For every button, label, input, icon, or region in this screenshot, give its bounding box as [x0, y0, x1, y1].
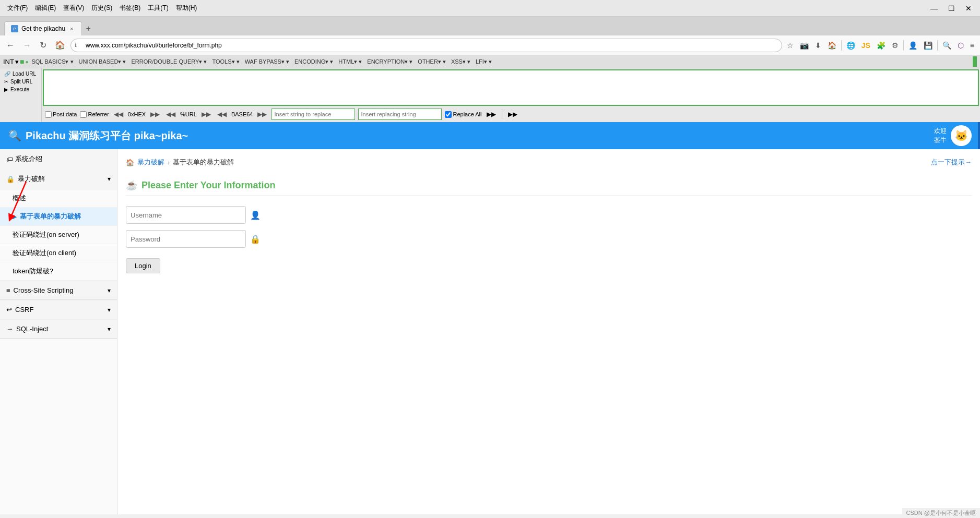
sidebar-item-captcha-server[interactable]: 验证码绕过(on server) [0, 226, 117, 244]
base64-left-arrow[interactable]: ◀◀ [216, 110, 228, 118]
sidebar-item-form-brute[interactable]: 基于表单的暴力破解 [0, 208, 117, 226]
hex-right-arrow[interactable]: ▶▶ [149, 110, 161, 118]
menu-bookmarks[interactable]: 书签(B) [116, 3, 144, 14]
brute-force-items: 概述 基于表单的暴力破解 验证码绕过(on ser [0, 189, 117, 281]
menu-file[interactable]: 文件(F) [4, 3, 31, 14]
hackbar-encryption[interactable]: ENCRYPTION▾ [365, 57, 415, 66]
url-encode-left-arrow[interactable]: ◀◀ [164, 110, 177, 118]
more-icon[interactable]: ⚙ [889, 40, 901, 51]
execute-button[interactable]: ▶ Execute [2, 86, 39, 93]
replace-all-checkbox[interactable] [445, 111, 452, 118]
menu-icon[interactable]: ≡ [967, 40, 977, 51]
maximize-button[interactable]: ☐ [944, 3, 959, 14]
split-url-button[interactable]: ✂ Split URL [2, 78, 39, 85]
globe-icon[interactable]: 🌐 [844, 40, 858, 51]
sidebar-section-xss-header[interactable]: ≡ Cross-Site Scripting ▾ [0, 281, 117, 300]
form-brute-label: 基于表单的暴力破解 [20, 212, 81, 221]
js-icon[interactable]: JS [859, 40, 873, 51]
hackbar-error-double[interactable]: ERROR/DOUBLE QUERY▾ [129, 57, 209, 66]
sidebar-item-captcha-client[interactable]: 验证码绕过(on client) [0, 244, 117, 262]
home-icon: 🏠 [126, 159, 134, 166]
username-group: 👤 [126, 206, 972, 224]
int-select: INT ▾ [3, 58, 19, 66]
base64-right-arrow[interactable]: ▶▶ [256, 110, 268, 118]
login-button[interactable]: Login [126, 258, 160, 273]
hackbar-menu-row: INT ▾ ■ ● SQL BASICS▾ UNION BASED▾ ERROR… [0, 55, 980, 68]
menu-help[interactable]: 帮助(H) [173, 3, 200, 14]
replace-all-label[interactable]: Replace All [445, 111, 481, 118]
hex-left-arrow[interactable]: ◀◀ [112, 110, 125, 118]
close-button[interactable]: ✕ [961, 3, 976, 14]
url-encode-right-arrow[interactable]: ▶▶ [200, 110, 212, 118]
screenshot-icon[interactable]: 📷 [797, 40, 811, 51]
hackbar-sql-basics[interactable]: SQL BASICS▾ [29, 57, 75, 66]
referrer-checkbox[interactable] [80, 111, 87, 118]
menu-history[interactable]: 历史(S) [88, 3, 115, 14]
overview-label: 概述 [13, 194, 26, 203]
brute-force-label: 暴力破解 [18, 174, 45, 184]
save-icon[interactable]: 💾 [921, 40, 935, 51]
username-input[interactable] [126, 206, 246, 224]
csrf-arrow: ▾ [108, 306, 111, 314]
content-section-title: ☕ Please Enter Your Information [126, 179, 972, 196]
hackbar-waf-bypass[interactable]: WAF BYPASS▾ [243, 57, 291, 66]
breadcrumb-parent-link[interactable]: 暴力破解 [137, 158, 164, 167]
site-header-user: 欢迎 鉴牛 🐱 [934, 125, 972, 146]
sidebar-section-sql-header[interactable]: → SQL-Inject ▾ [0, 320, 117, 339]
sidebar-intro[interactable]: 🏷 系统介绍 [0, 149, 117, 169]
hackbar-tools[interactable]: TOOLS▾ [210, 57, 241, 66]
csrf-label: CSRF [15, 306, 33, 314]
extensions-icon[interactable]: 🧩 [874, 40, 888, 51]
home2-icon[interactable]: 🏠 [825, 40, 839, 51]
login-button-group: Login [126, 254, 972, 273]
hackbar-union-based[interactable]: UNION BASED▾ [77, 57, 128, 66]
url-input[interactable] [70, 39, 782, 52]
back-button[interactable]: ← [3, 39, 18, 52]
bookmark-icon[interactable]: ☆ [784, 40, 796, 51]
post-data-label[interactable]: Post data [45, 111, 77, 118]
addon-icon[interactable]: ⬡ [955, 40, 966, 51]
int-dropdown-arrow[interactable]: ▾ [15, 58, 19, 66]
post-data-checkbox[interactable] [45, 111, 52, 118]
minimize-button[interactable]: — [926, 3, 942, 14]
load-url-button[interactable]: 🔗 Load URL [2, 70, 39, 77]
password-input[interactable] [126, 230, 246, 248]
new-tab-button[interactable]: + [82, 22, 95, 35]
menu-view[interactable]: 查看(V) [60, 3, 87, 14]
status-text: CSDN @是小何不是小金呕 [906, 510, 976, 516]
hackbar-encoding[interactable]: ENCODING▾ [292, 57, 335, 66]
sidebar-item-overview[interactable]: 概述 [0, 189, 117, 208]
menu-tools[interactable]: 工具(T) [145, 3, 171, 14]
forward-button[interactable]: → [20, 39, 34, 52]
sidebar-section-brute-header[interactable]: 🔒 暴力破解 ▾ [0, 169, 117, 189]
options-separator [502, 109, 502, 119]
close-tab-button[interactable]: × [68, 25, 75, 32]
referrer-label[interactable]: Referrer [80, 111, 109, 118]
green-circle: ● [25, 59, 28, 65]
zoom-icon[interactable]: 🔍 [940, 40, 954, 51]
site-header: 🔍 Pikachu 漏洞练习平台 pika~pika~ 欢迎 鉴牛 🐱 [0, 122, 980, 149]
active-tab[interactable]: P Get the pikachu × [4, 21, 82, 35]
insert-string-replace-input[interactable] [271, 109, 355, 120]
hackbar-other[interactable]: OTHER▾ [416, 57, 448, 66]
window-controls: — ☐ ✕ [926, 3, 976, 14]
sidebar-item-token[interactable]: token防爆破? [0, 262, 117, 281]
hackbar-html[interactable]: HTML▾ [336, 57, 364, 66]
insert-replacing-string-input[interactable] [358, 109, 442, 120]
green-dots: ■ [20, 57, 24, 66]
home-button[interactable]: 🏠 [52, 38, 68, 52]
replace-right-arrow2[interactable]: ▶▶ [506, 110, 519, 118]
menu-edit[interactable]: 编辑(E) [32, 3, 59, 14]
download-icon[interactable]: ⬇ [812, 40, 824, 51]
hackbar-lfi[interactable]: LFI▾ [474, 57, 494, 66]
menu-bar: 文件(F) 编辑(E) 查看(V) 历史(S) 书签(B) 工具(T) 帮助(H… [4, 3, 200, 14]
breadcrumb-hint[interactable]: 点一下提示→ [931, 158, 972, 167]
tab-favicon: P [11, 25, 18, 32]
hackbar-xss[interactable]: XSS▾ [449, 57, 473, 66]
url-info-icon: ℹ [75, 42, 77, 49]
replace-right-arrow1[interactable]: ▶▶ [485, 110, 498, 118]
sidebar-section-csrf-header[interactable]: ↩ CSRF ▾ [0, 300, 117, 319]
reload-button[interactable]: ↻ [37, 38, 50, 52]
user-icon[interactable]: 👤 [906, 40, 920, 51]
hackbar-textarea[interactable] [43, 69, 979, 106]
